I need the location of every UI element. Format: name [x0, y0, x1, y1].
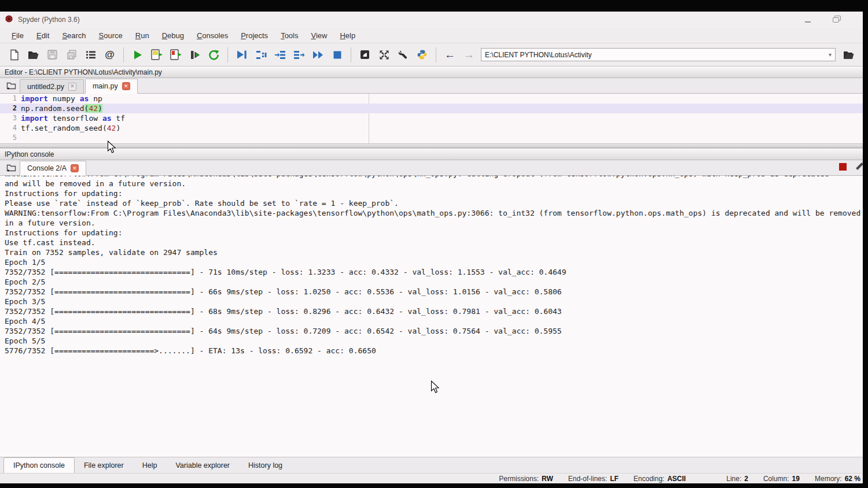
editor-tabbar: untitled2.py✕main.py✕: [0, 78, 863, 94]
menu-view[interactable]: View: [305, 29, 333, 42]
console-line: 7352/7352 [=============================…: [5, 287, 863, 297]
console-pane-header: IPython console: [0, 148, 863, 160]
interrupt-kernel-icon[interactable]: [839, 163, 847, 171]
screen: Spyder (Python 3.6) FileEditSearchSource…: [0, 0, 868, 488]
status-memory: Memory:62 %: [815, 475, 860, 483]
new-file-button[interactable]: [5, 46, 24, 64]
menu-run[interactable]: Run: [130, 29, 155, 42]
tab-label: untitled2.py: [27, 83, 64, 91]
close-icon[interactable]: ✕: [71, 164, 79, 172]
run-file-button[interactable]: [128, 46, 147, 64]
open-file-button[interactable]: [24, 46, 43, 64]
menu-source[interactable]: Source: [93, 29, 128, 42]
code-line-4[interactable]: 4tf.set_random_seed(42): [0, 123, 863, 133]
menu-tools[interactable]: Tools: [275, 29, 304, 42]
minimize-button[interactable]: [801, 16, 814, 24]
status-label: End-of-lines:: [568, 475, 607, 483]
editor-pane-header: Editor - E:\CLIENT PYTHON\Lotus\Activity…: [0, 66, 863, 78]
run-cell-advance-button[interactable]: [166, 46, 185, 64]
save-all-button[interactable]: [62, 46, 81, 64]
forward-arrow-icon: →: [464, 49, 475, 60]
console-pane-title: IPython console: [5, 150, 54, 158]
editor-tab-main.py[interactable]: main.py✕: [85, 79, 138, 94]
toolbar-separator: [227, 47, 228, 62]
code-segment: tf: [112, 114, 125, 123]
browse-directory-button[interactable]: [839, 46, 858, 64]
menu-help[interactable]: Help: [334, 29, 361, 42]
maximize-pane-button[interactable]: [355, 46, 374, 64]
python-path-button[interactable]: [413, 46, 432, 64]
debug-step-return-button[interactable]: [289, 46, 308, 64]
preferences-wrench-button[interactable]: [393, 46, 413, 64]
chevron-down-icon[interactable]: ▾: [826, 51, 832, 58]
restore-button[interactable]: [829, 16, 842, 24]
debug-step-button[interactable]: [251, 46, 270, 64]
menu-bar: FileEditSearchSourceRunDebugConsolesProj…: [0, 28, 863, 43]
code-text: np.random.seed(42): [21, 103, 102, 113]
editor-tab-untitled2.py[interactable]: untitled2.py✕: [20, 79, 84, 93]
horizontal-splitter[interactable]: [0, 143, 863, 148]
close-icon[interactable]: ✕: [68, 83, 76, 91]
status-bar: Permissions:RWEnd-of-lines:LFEncoding:AS…: [0, 473, 863, 483]
code-line-2[interactable]: 2np.random.seed(42): [0, 103, 863, 113]
line-number: 2: [0, 103, 21, 113]
menu-debug[interactable]: Debug: [156, 29, 190, 42]
status-value: LF: [610, 475, 619, 483]
save-button[interactable]: [43, 46, 62, 64]
run-selection-button[interactable]: [185, 46, 204, 64]
bottom-tab-history-log[interactable]: History log: [239, 459, 292, 473]
rerun-cell-button[interactable]: [204, 46, 223, 64]
code-line-3[interactable]: 3import tensorflow as tf: [0, 113, 863, 123]
console-options-icon[interactable]: [855, 161, 863, 172]
code-segment: tf.set_random_seed(: [21, 124, 107, 132]
close-icon[interactable]: ✕: [122, 82, 130, 90]
console-tab[interactable]: Console 2/A ✕: [20, 161, 86, 176]
code-segment: import: [21, 94, 48, 103]
code-line-5[interactable]: 5: [0, 133, 863, 143]
menu-file[interactable]: File: [6, 29, 30, 42]
bottom-tab-variable-explorer[interactable]: Variable explorer: [166, 459, 239, 473]
status-encoding: Encoding:ASCII: [634, 475, 686, 483]
status-value: ASCII: [667, 475, 686, 483]
code-segment: np.random.seed: [21, 104, 84, 113]
forward-button[interactable]: →: [459, 46, 479, 64]
bottom-tab-ipython-console[interactable]: IPython console: [3, 457, 75, 473]
run-cell-button[interactable]: [147, 46, 166, 64]
find-symbols-button[interactable]: @: [100, 46, 119, 64]
code-segment: 42: [89, 104, 98, 113]
back-button[interactable]: ←: [440, 46, 459, 64]
code-line-1[interactable]: 1import numpy as np: [0, 94, 863, 103]
status-value: 19: [792, 475, 800, 483]
window-title: Spyder (Python 3.6): [18, 16, 80, 24]
bottom-tab-help[interactable]: Help: [133, 459, 167, 473]
debug-continue-button[interactable]: [308, 46, 328, 64]
code-segment: numpy: [48, 94, 80, 103]
console-tab-actions: [839, 161, 860, 172]
status-value: 62 %: [845, 475, 860, 483]
debug-stop-button[interactable]: [328, 46, 347, 64]
console-line: Use tf.cast instead.: [5, 238, 863, 247]
debug-step-into-button[interactable]: [270, 46, 289, 64]
console-line: WARNING:tensorflow:From C:\Program Files…: [5, 208, 863, 218]
fullscreen-button[interactable]: [374, 46, 393, 64]
pane-switcher-tabs: IPython consoleFile explorerHelpVariable…: [0, 457, 863, 473]
bottom-tab-file-explorer[interactable]: File explorer: [75, 459, 133, 473]
browse-tabs-button[interactable]: [2, 79, 20, 93]
console-output[interactable]: WARNING:tensorflow:From C:\Program Files…: [0, 176, 863, 457]
debug-file-button[interactable]: [232, 46, 251, 64]
code-segment: ): [116, 124, 120, 132]
title-bar: Spyder (Python 3.6): [0, 12, 863, 28]
file-switcher-button[interactable]: [81, 46, 100, 64]
menu-search[interactable]: Search: [56, 29, 91, 42]
menu-projects[interactable]: Projects: [235, 29, 274, 42]
code-editor[interactable]: 1import numpy as np2np.random.seed(42)3i…: [0, 94, 863, 143]
browse-tabs-button[interactable]: [2, 161, 20, 175]
menu-edit[interactable]: Edit: [31, 29, 55, 42]
code-segment: np: [89, 94, 102, 103]
code-lines: 1import numpy as np2np.random.seed(42)3i…: [0, 94, 863, 143]
code-segment: tensorflow: [48, 114, 102, 123]
status-label: Permissions:: [499, 475, 539, 483]
menu-consoles[interactable]: Consoles: [191, 29, 234, 42]
line-number: 4: [0, 123, 21, 133]
working-directory-combo[interactable]: E:\CLIENT PYTHON\Lotus\Activity ▾: [481, 48, 836, 61]
